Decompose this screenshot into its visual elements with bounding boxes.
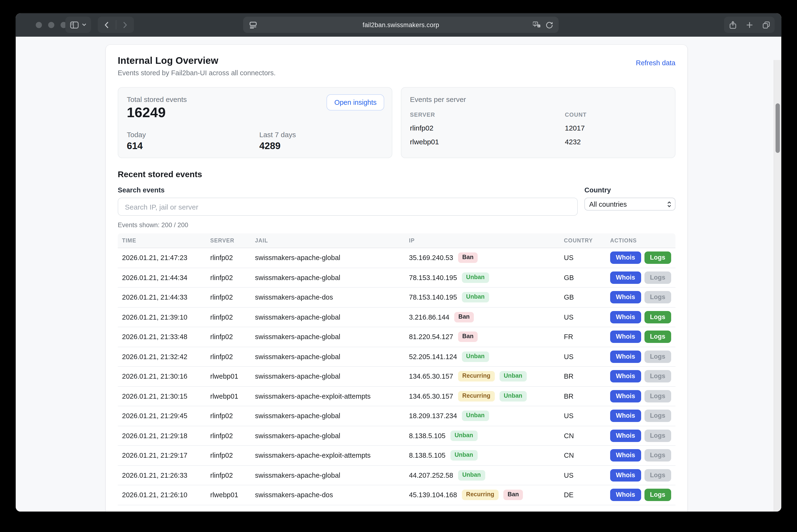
event-ip-cell: 45.139.104.168RecurringBan (409, 490, 564, 500)
events-table-body: 2026.01.21, 21:47:23rlinfp02swissmakers-… (118, 248, 675, 505)
event-country: BR (564, 373, 610, 380)
logs-button[interactable]: Logs (644, 350, 671, 363)
logs-button[interactable]: Logs (644, 390, 671, 402)
event-server: rlwebp01 (210, 373, 255, 380)
event-actions: WhoisLogs (610, 489, 675, 501)
event-ip: 52.205.141.124 (409, 353, 457, 361)
stats-row: Total stored events 16249 Open insights … (118, 87, 675, 158)
events-per-server-card: Events per server SERVER COUNT rlinfp02 … (401, 87, 675, 158)
logs-button[interactable]: Logs (644, 449, 671, 461)
event-jail: swissmakers-apache-exploit-attempts (255, 452, 409, 459)
url-text: fail2ban.swissmakers.corp (243, 21, 559, 28)
whois-button[interactable]: Whois (610, 350, 641, 363)
table-row: 2026.01.21, 21:26:33rlinfp02swissmakers-… (118, 466, 675, 485)
back-button[interactable] (98, 17, 115, 33)
address-bar[interactable]: fail2ban.swissmakers.corp A x (243, 17, 559, 33)
unban-badge: Unban (462, 411, 489, 421)
toolbar-right-buttons (724, 17, 775, 33)
whois-button[interactable]: Whois (610, 291, 641, 303)
minimize-window-button[interactable] (48, 22, 54, 28)
event-ip-cell: 134.65.30.157RecurringUnban (409, 371, 564, 381)
event-actions: WhoisLogs (610, 370, 675, 382)
whois-button[interactable]: Whois (610, 311, 641, 323)
event-server: rlinfp02 (210, 333, 255, 341)
search-input[interactable] (118, 198, 578, 216)
logs-button[interactable]: Logs (644, 370, 671, 382)
server-column-header: SERVER (410, 111, 565, 118)
logs-button[interactable]: Logs (644, 271, 671, 284)
whois-button[interactable]: Whois (610, 429, 641, 442)
event-ip-cell: 81.220.54.127Ban (409, 332, 564, 342)
server-name: rlwebp01 (410, 138, 565, 146)
screen: fail2ban.swissmakers.corp A x (0, 0, 797, 532)
event-server: rlinfp02 (210, 412, 255, 420)
open-insights-button[interactable]: Open insights (327, 94, 384, 111)
unban-badge: Unban (462, 292, 489, 302)
event-jail: swissmakers-apache-global (255, 472, 409, 479)
close-window-button[interactable] (36, 22, 42, 28)
event-ip-cell: 35.169.240.53Ban (409, 253, 564, 263)
page-menu-icon[interactable] (249, 21, 257, 28)
logs-button[interactable]: Logs (644, 469, 671, 481)
share-icon[interactable] (729, 21, 736, 29)
event-country: GB (564, 274, 610, 282)
logs-button[interactable]: Logs (644, 291, 671, 303)
event-country: BR (564, 393, 610, 400)
whois-button[interactable]: Whois (610, 330, 641, 343)
event-jail: swissmakers-apache-global (255, 412, 409, 420)
event-time: 2026.01.21, 21:30:15 (122, 393, 210, 400)
whois-button[interactable]: Whois (610, 370, 641, 382)
server-count: 4232 (565, 138, 666, 146)
whois-button[interactable]: Whois (610, 271, 641, 284)
whois-button[interactable]: Whois (610, 469, 641, 481)
event-ip-cell: 134.65.30.157RecurringUnban (409, 391, 564, 401)
scrollbar-thumb[interactable] (776, 103, 780, 153)
sidebar-toggle-button[interactable] (65, 17, 91, 33)
event-time: 2026.01.21, 21:39:10 (122, 314, 210, 321)
logs-button[interactable]: Logs (644, 410, 671, 422)
event-time: 2026.01.21, 21:26:10 (122, 491, 210, 499)
table-row: 2026.01.21, 21:26:10rlwebp01swissmakers-… (118, 485, 675, 505)
refresh-data-link[interactable]: Refresh data (636, 59, 675, 67)
event-server: rlinfp02 (210, 254, 255, 262)
column-header-country: COUNTRY (564, 238, 610, 243)
event-ip: 8.138.5.105 (409, 432, 446, 440)
column-header-server: SERVER (210, 238, 255, 243)
event-ip: 78.153.140.195 (409, 274, 457, 282)
whois-button[interactable]: Whois (610, 489, 641, 501)
week-label: Last 7 days (259, 131, 296, 138)
table-row: 2026.01.21, 21:29:45rlinfp02swissmakers-… (118, 406, 675, 426)
event-time: 2026.01.21, 21:33:48 (122, 333, 210, 341)
logs-button[interactable]: Logs (644, 311, 671, 323)
event-country: CN (564, 432, 610, 440)
table-row: 2026.01.21, 21:33:48rlinfp02swissmakers-… (118, 327, 675, 347)
event-ip-cell: 3.216.86.144Ban (409, 312, 564, 322)
country-select[interactable]: All countries (584, 198, 675, 210)
event-server: rlwebp01 (210, 491, 255, 499)
whois-button[interactable]: Whois (610, 390, 641, 402)
recurring-badge: Recurring (458, 391, 494, 401)
new-tab-icon[interactable] (746, 22, 753, 28)
translate-icon[interactable]: A x (533, 21, 541, 28)
logs-button[interactable]: Logs (644, 251, 671, 264)
event-ip-cell: 8.138.5.105Unban (409, 450, 564, 460)
table-row: 2026.01.21, 21:30:15rlwebp01swissmakers-… (118, 386, 675, 406)
event-jail: swissmakers-apache-global (255, 353, 409, 361)
search-events-label: Search events (118, 186, 578, 194)
logs-button[interactable]: Logs (644, 489, 671, 501)
scrollbar-track[interactable] (774, 60, 781, 512)
whois-button[interactable]: Whois (610, 251, 641, 264)
column-header-ip: IP (409, 238, 564, 243)
events-table-header: TIME SERVER JAIL IP COUNTRY ACTIONS (118, 233, 675, 248)
event-time: 2026.01.21, 21:29:17 (122, 452, 210, 459)
reload-icon[interactable] (546, 21, 553, 28)
logs-button[interactable]: Logs (644, 429, 671, 442)
whois-button[interactable]: Whois (610, 449, 641, 461)
sidebar-icon (70, 21, 79, 28)
ban-badge: Ban (458, 253, 478, 263)
forward-button[interactable] (116, 17, 134, 33)
whois-button[interactable]: Whois (610, 410, 641, 422)
svg-text:x: x (538, 25, 539, 27)
tab-overview-icon[interactable] (762, 21, 769, 28)
logs-button[interactable]: Logs (644, 330, 671, 343)
